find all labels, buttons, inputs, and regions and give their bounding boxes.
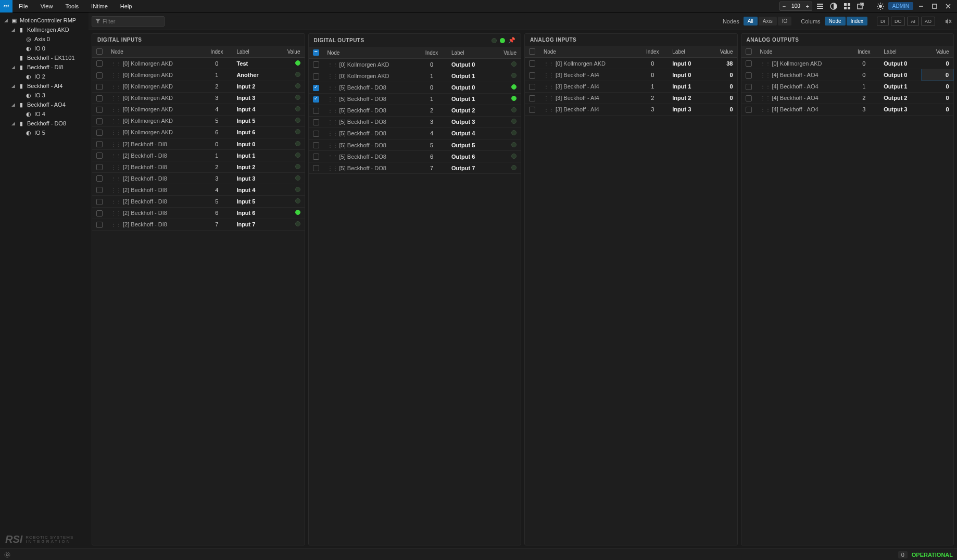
row-checkbox[interactable] [746,60,752,67]
grip-icon[interactable]: ⋮⋮ [760,107,771,112]
status-dot-icon[interactable] [511,107,517,112]
grip-icon[interactable]: ⋮⋮ [328,62,338,68]
status-dot-icon[interactable] [511,84,517,90]
tree-item[interactable]: ◐IO 3 [2,91,86,100]
table-row[interactable]: ⋮⋮ [2] Beckhoff - DI87Input 7 [92,219,305,230]
tree-item[interactable]: ◢▮Beckhoff - DO8 [2,119,86,128]
grip-icon[interactable]: ⋮⋮ [111,118,121,124]
row-checkbox[interactable] [96,60,103,67]
table-row[interactable]: ⋮⋮ [5] Beckhoff - DO83Output 3 [309,116,521,128]
row-checkbox[interactable] [313,108,319,114]
grip-icon[interactable]: ⋮⋮ [111,199,121,205]
status-dot-icon[interactable] [511,130,517,135]
tab-index[interactable]: Index [847,17,867,26]
table-row[interactable]: ⋮⋮ [0] Kollmorgen AKD0Output 0 [309,59,521,70]
tab-axis[interactable]: Axis [759,17,777,26]
row-checkbox[interactable] [313,73,319,80]
grip-icon[interactable]: ⋮⋮ [111,210,121,216]
maximize-button[interactable] [929,1,940,12]
row-checkbox[interactable] [313,85,319,91]
select-all-checkbox[interactable] [529,48,535,55]
popout-icon[interactable] [855,1,866,12]
row-checkbox[interactable] [96,222,103,228]
table-row[interactable]: ⋮⋮ [4] Beckhoff - AO42Output 20 [741,92,953,104]
tree-item[interactable]: ◐IO 4 [2,109,86,119]
admin-badge[interactable]: ADMIN [888,2,913,10]
tree-item[interactable]: ◢▮Beckhoff - AO4 [2,100,86,109]
table-row[interactable]: ⋮⋮ [2] Beckhoff - DI80Input 0 [92,138,305,150]
table-row[interactable]: ⋮⋮ [0] Kollmorgen AKD4Input 4 [92,104,305,115]
row-checkbox[interactable] [746,107,752,113]
grip-icon[interactable]: ⋮⋮ [111,176,121,182]
table-row[interactable]: ⋮⋮ [2] Beckhoff - DI82Input 2 [92,161,305,173]
row-checkbox[interactable] [313,154,319,160]
grip-icon[interactable]: ⋮⋮ [328,119,338,125]
grip-icon[interactable]: ⋮⋮ [111,187,121,193]
status-dot-icon[interactable] [511,142,517,147]
tree-item[interactable]: ◢▣MotionController RMP [2,16,86,25]
row-checkbox[interactable] [529,72,535,79]
row-checkbox[interactable] [746,84,752,90]
row-checkbox[interactable] [96,72,103,79]
row-checkbox[interactable] [96,107,103,113]
menu-file[interactable]: File [12,0,34,12]
row-checkbox[interactable] [96,152,103,159]
table-row[interactable]: ⋮⋮ [2] Beckhoff - DI84Input 4 [92,184,305,196]
grip-icon[interactable]: ⋮⋮ [760,72,771,78]
row-checkbox[interactable] [96,130,103,136]
table-row[interactable]: ⋮⋮ [0] Kollmorgen AKD1Another [92,69,305,81]
grip-icon[interactable]: ⋮⋮ [544,107,554,112]
close-button[interactable] [942,1,954,12]
row-checkbox[interactable] [96,141,103,147]
grip-icon[interactable]: ⋮⋮ [328,131,338,136]
row-checkbox[interactable] [746,95,752,101]
row-checkbox[interactable] [529,84,535,90]
grip-icon[interactable]: ⋮⋮ [544,95,554,101]
grip-icon[interactable]: ⋮⋮ [544,72,554,78]
table-row[interactable]: ⋮⋮ [5] Beckhoff - DO82Output 2 [309,105,521,116]
table-row[interactable]: ⋮⋮ [0] Kollmorgen AKD1Output 1 [309,70,521,82]
row-checkbox[interactable] [529,60,535,67]
table-row[interactable]: ⋮⋮ [3] Beckhoff - AI43Input 30 [525,104,737,115]
row-checkbox[interactable] [96,164,103,170]
panel-btn-ai[interactable]: AI [907,17,919,26]
row-checkbox[interactable] [96,84,103,90]
pin-icon[interactable]: 📌 [508,37,516,44]
table-row[interactable]: ⋮⋮ [5] Beckhoff - DO86Output 6 [309,151,521,162]
row-checkbox[interactable] [96,175,103,182]
grid-icon[interactable] [841,1,853,12]
grip-icon[interactable]: ⋮⋮ [111,222,121,227]
panel-btn-do[interactable]: DO [891,17,905,26]
table-row[interactable]: ⋮⋮ [2] Beckhoff - DI81Input 1 [92,150,305,161]
grip-icon[interactable]: ⋮⋮ [760,95,771,101]
status-dot-icon[interactable] [511,119,517,124]
table-row[interactable]: ⋮⋮ [4] Beckhoff - AO40Output 0 [741,69,953,81]
row-checkbox[interactable] [313,165,319,171]
select-all-checkbox[interactable] [746,48,752,55]
table-row[interactable]: ⋮⋮ [0] Kollmorgen AKD2Input 2 [92,81,305,92]
row-checkbox[interactable] [313,131,319,137]
grip-icon[interactable]: ⋮⋮ [111,153,121,159]
table-row[interactable]: ⋮⋮ [4] Beckhoff - AO41Output 10 [741,81,953,92]
tree-item[interactable]: ◐IO 5 [2,128,86,137]
select-all-checkbox[interactable] [96,48,103,55]
status-dot-icon[interactable] [511,73,517,78]
table-row[interactable]: ⋮⋮ [0] Kollmorgen AKD0Test [92,58,305,69]
grip-icon[interactable]: ⋮⋮ [328,108,338,113]
grip-icon[interactable]: ⋮⋮ [328,73,338,79]
grip-icon[interactable]: ⋮⋮ [111,164,121,170]
contrast-icon[interactable] [828,1,839,12]
tab-all[interactable]: All [744,17,758,26]
table-row[interactable]: ⋮⋮ [0] Kollmorgen AKD0Input 038 [525,58,737,69]
table-row[interactable]: ⋮⋮ [0] Kollmorgen AKD0Output 00 [741,58,953,69]
table-row[interactable]: ⋮⋮ [3] Beckhoff - AI40Input 00 [525,69,737,81]
table-row[interactable]: ⋮⋮ [5] Beckhoff - DO85Output 5 [309,139,521,151]
menu-intime[interactable]: INtime [85,0,114,12]
tree-item[interactable]: ◐IO 0 [2,44,86,53]
zoom-in-button[interactable]: + [803,2,812,10]
grip-icon[interactable]: ⋮⋮ [111,72,121,78]
grip-icon[interactable]: ⋮⋮ [328,85,338,91]
grip-icon[interactable]: ⋮⋮ [111,61,121,67]
menu-tools[interactable]: Tools [59,0,85,12]
table-row[interactable]: ⋮⋮ [2] Beckhoff - DI85Input 5 [92,196,305,207]
